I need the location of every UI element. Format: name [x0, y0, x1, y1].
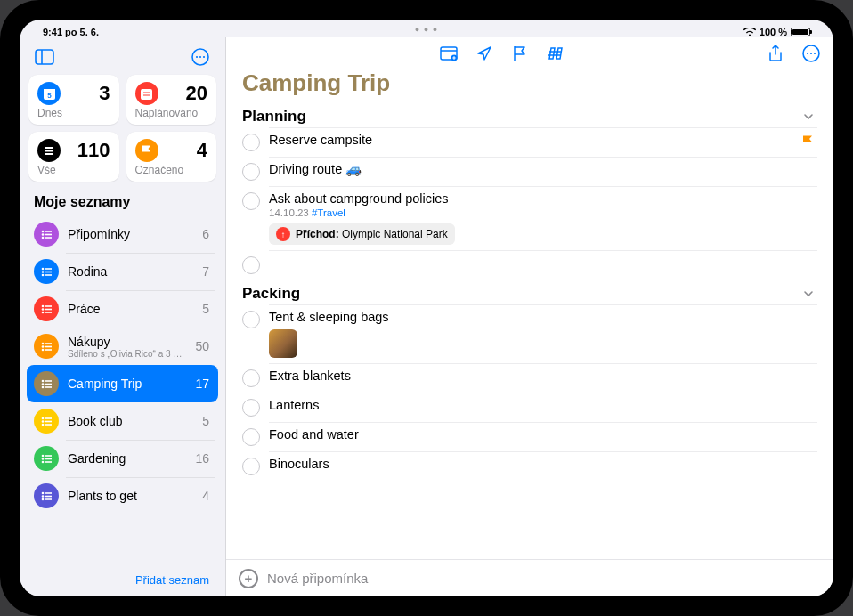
smart-card-icon — [135, 139, 158, 162]
svg-rect-0 — [36, 50, 53, 64]
list-icon — [34, 371, 59, 396]
smart-card-naplánováno[interactable]: 20 Naplánováno — [126, 75, 217, 125]
reminder-row[interactable]: Lanterns — [233, 393, 826, 422]
reminder-row[interactable]: Ask about campground policies14.10.23 #T… — [233, 186, 826, 250]
svg-point-37 — [41, 383, 44, 385]
svg-point-38 — [41, 385, 44, 388]
reminder-row[interactable]: Reserve campsite — [233, 127, 826, 157]
smart-card-vše[interactable]: 110 Vše — [28, 132, 119, 182]
reminder-title[interactable]: Food and water — [269, 427, 817, 442]
template-button[interactable] — [439, 44, 459, 63]
add-list-button[interactable]: Přidat seznam — [135, 573, 209, 587]
reminders-app: 5 3 Dnes 20 Naplánováno 110 Vše 4 Označe… — [20, 37, 833, 596]
list-count: 7 — [202, 264, 209, 279]
svg-point-13 — [41, 233, 44, 236]
sidebar-list-item[interactable]: Připomínky 6 — [27, 215, 218, 253]
share-button[interactable] — [766, 44, 785, 63]
list-icon — [34, 334, 59, 359]
smart-card-označeno[interactable]: 4 Označeno — [126, 132, 217, 182]
section-collapse-button[interactable] — [803, 111, 814, 122]
location-button[interactable] — [475, 44, 494, 63]
complete-toggle[interactable] — [242, 163, 260, 181]
svg-rect-9 — [141, 89, 152, 100]
sidebar-list-item[interactable]: Plants to get 4 — [27, 477, 218, 515]
reminder-thumbnail[interactable] — [269, 329, 297, 358]
flag-button[interactable] — [510, 44, 530, 63]
complete-toggle[interactable] — [242, 399, 260, 417]
complete-toggle[interactable] — [242, 428, 260, 446]
reminder-title[interactable]: Tent & sleeping bags — [269, 310, 817, 324]
list-count: 4 — [202, 489, 209, 503]
smart-card-icon: 5 — [37, 82, 61, 105]
reminder-title[interactable]: Driving route 🚙 — [269, 162, 817, 177]
battery-icon — [791, 28, 810, 36]
section-collapse-button[interactable] — [803, 288, 814, 299]
svg-point-49 — [41, 458, 44, 460]
sidebar-more-button[interactable] — [188, 45, 213, 69]
sidebar-toggle-button[interactable] — [32, 45, 57, 69]
list-count: 5 — [202, 414, 209, 428]
status-date: po 5. 6. — [65, 27, 99, 37]
svg-text:5: 5 — [47, 92, 52, 100]
list-icon — [34, 409, 59, 434]
sidebar-list-item[interactable]: Camping Trip 17 — [27, 365, 218, 402]
reminder-title[interactable]: Binoculars — [269, 457, 817, 471]
svg-point-5 — [203, 56, 205, 58]
list-name: Připomínky — [68, 227, 193, 241]
sidebar-list-item[interactable]: Book club 5 — [27, 402, 218, 440]
status-time: 9:41 — [43, 27, 62, 37]
new-reminder-label[interactable]: Nová připomínka — [267, 571, 368, 586]
reminder-title[interactable]: Lanterns — [269, 398, 817, 412]
reminder-row[interactable]: Binoculars — [233, 451, 826, 481]
sidebar: 5 3 Dnes 20 Naplánováno 110 Vše 4 Označe… — [20, 37, 226, 596]
reminder-row[interactable]: Extra blankets — [233, 363, 826, 393]
list-name: Nákupy — [68, 335, 186, 349]
svg-point-44 — [41, 423, 44, 426]
tag-button[interactable] — [546, 44, 565, 63]
svg-point-31 — [41, 345, 44, 348]
location-pill[interactable]: ↑ Příchod: Olympic National Park — [269, 223, 455, 245]
reminder-title[interactable]: Extra blankets — [269, 369, 817, 383]
svg-point-32 — [41, 348, 44, 351]
reminder-title[interactable]: Ask about campground policies — [269, 191, 817, 206]
complete-toggle[interactable] — [242, 369, 260, 387]
smart-card-count: 3 — [99, 82, 110, 105]
list-count: 17 — [195, 377, 209, 391]
multitask-dots[interactable]: ● ● ● — [415, 25, 438, 34]
complete-toggle[interactable] — [242, 256, 260, 274]
list-subtitle: Sdíleno s „Olivia Rico“ a 3 dal… — [68, 349, 186, 359]
reminder-title[interactable]: Reserve campsite — [269, 133, 817, 147]
complete-toggle[interactable] — [242, 134, 260, 151]
complete-toggle[interactable] — [242, 458, 260, 475]
section-title[interactable]: Planning — [242, 108, 306, 126]
wifi-icon — [743, 28, 756, 36]
reminder-row[interactable]: Food and water — [233, 422, 826, 451]
reminder-row[interactable] — [233, 250, 826, 280]
svg-point-55 — [41, 495, 44, 498]
new-reminder-button[interactable]: + — [239, 569, 258, 588]
smart-card-label: Naplánováno — [135, 107, 208, 119]
svg-point-64 — [807, 53, 808, 54]
reminder-subtitle: 14.10.23 #Travel — [269, 207, 817, 218]
list-title: Camping Trip — [226, 69, 833, 102]
section-title[interactable]: Packing — [242, 285, 300, 303]
smart-card-dnes[interactable]: 5 3 Dnes — [28, 75, 119, 125]
status-left: 9:41 po 5. 6. — [43, 27, 99, 37]
complete-toggle[interactable] — [242, 311, 260, 328]
list-count: 5 — [202, 302, 209, 316]
list-icon — [34, 259, 59, 284]
main-more-button[interactable] — [801, 44, 821, 63]
list-name: Book club — [68, 414, 193, 428]
list-icon — [34, 222, 59, 247]
sidebar-list-item[interactable]: Gardening 16 — [27, 440, 218, 477]
complete-toggle[interactable] — [242, 192, 260, 210]
reminder-tag[interactable]: #Travel — [312, 207, 345, 218]
smart-card-count: 110 — [77, 139, 110, 162]
reminder-row[interactable]: Driving route 🚙 — [233, 157, 826, 186]
sidebar-list-item[interactable]: Práce 5 — [27, 290, 218, 328]
sidebar-list-item[interactable]: Nákupy Sdíleno s „Olivia Rico“ a 3 dal… … — [27, 328, 218, 365]
sidebar-list-item[interactable]: Rodina 7 — [27, 253, 218, 290]
svg-point-43 — [41, 420, 44, 423]
reminder-row[interactable]: Tent & sleeping bags — [233, 304, 826, 363]
svg-point-25 — [41, 308, 44, 311]
